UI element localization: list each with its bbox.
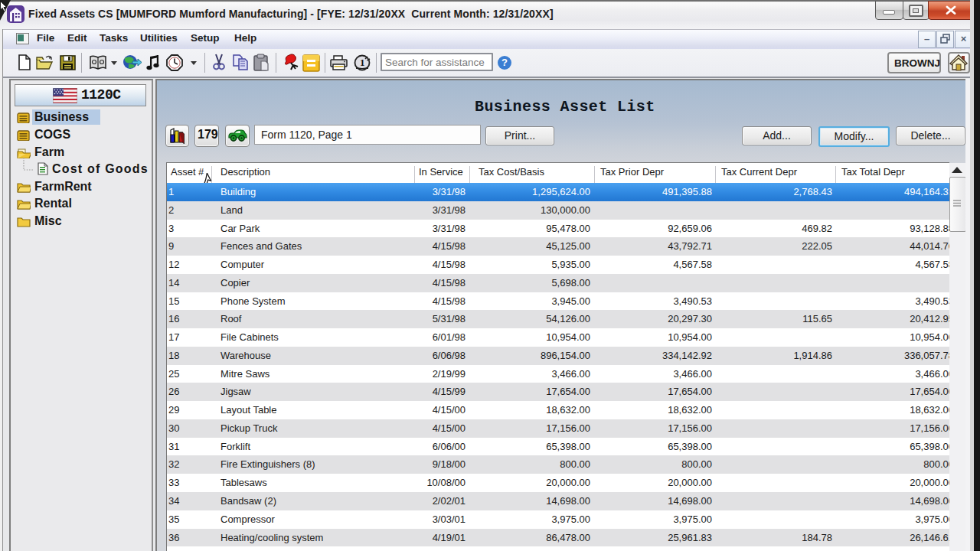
svg-text:1: 1 [360, 57, 365, 68]
